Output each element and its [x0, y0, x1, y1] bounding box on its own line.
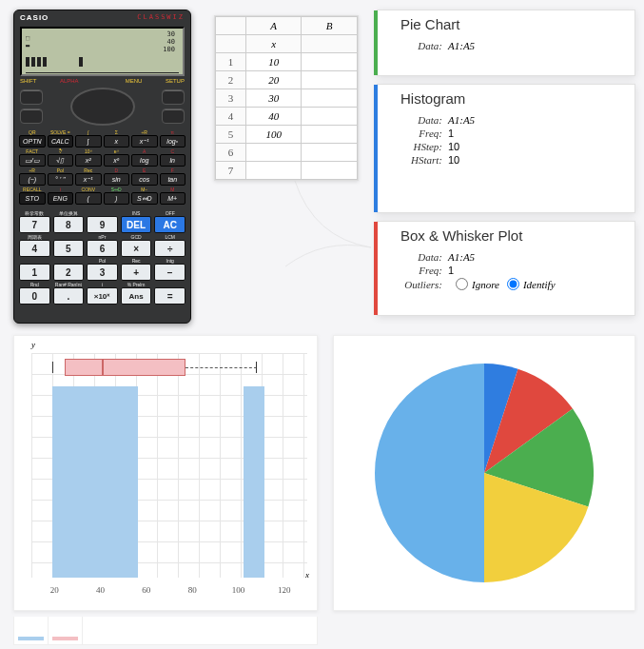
key-ac[interactable]: AC — [154, 216, 185, 233]
cell[interactable] — [245, 162, 302, 180]
recip-key[interactable]: x⁻¹ — [131, 135, 158, 148]
row-num: 6 — [216, 144, 246, 162]
key-0[interactable]: 0 — [19, 287, 50, 305]
panel-title: Histogram — [400, 90, 617, 107]
cell[interactable] — [302, 53, 358, 71]
key-mult[interactable]: × — [121, 240, 152, 257]
menu-button[interactable] — [162, 89, 185, 105]
hist-bar — [52, 386, 73, 578]
cell[interactable]: 30 — [245, 89, 302, 108]
key-6[interactable]: 6 — [87, 240, 118, 257]
screen-val: 100 — [163, 46, 175, 53]
cell[interactable] — [302, 71, 358, 89]
cell[interactable] — [302, 126, 358, 144]
x-key[interactable]: x — [104, 135, 130, 148]
key-8[interactable]: 8 — [53, 216, 85, 233]
key-3[interactable]: 3 — [87, 264, 118, 281]
row-num: 7 — [216, 162, 246, 180]
setup-button[interactable] — [162, 108, 185, 124]
cell[interactable] — [302, 144, 358, 162]
row-num: 1 — [216, 53, 246, 71]
histogram-chart-card: y x 20406080100120 — [13, 335, 318, 611]
key-2[interactable]: 2 — [53, 264, 85, 281]
optn-button[interactable] — [20, 108, 43, 124]
calc-screen: 30 40 100 ⬚▬ — [20, 27, 185, 76]
key-7[interactable]: 7 — [19, 216, 50, 233]
pie-data: A1:A5 — [448, 40, 475, 51]
shift-button[interactable] — [20, 89, 43, 105]
sto-key[interactable]: STO — [19, 192, 46, 205]
key-plus[interactable]: + — [121, 264, 152, 281]
dpad[interactable] — [68, 86, 137, 128]
mplus-key[interactable]: M+ — [160, 192, 186, 205]
col-b[interactable]: B — [302, 17, 358, 35]
key-5[interactable]: 5 — [53, 240, 85, 257]
cell[interactable]: 20 — [245, 71, 302, 89]
pow-key[interactable]: xⁿ — [104, 154, 130, 167]
connector-line — [285, 181, 381, 295]
outliers-ignore-radio[interactable] — [456, 278, 468, 290]
logbox-key[interactable]: log▫ — [160, 135, 186, 148]
rparen-key[interactable]: ) — [104, 192, 130, 205]
outliers-identify-radio[interactable] — [507, 278, 519, 290]
row-num: 4 — [216, 108, 246, 126]
cos-key[interactable]: cos — [131, 173, 158, 186]
ln-key[interactable]: ln — [160, 154, 186, 167]
int-key[interactable]: ∫ — [75, 135, 102, 148]
hist-plot: y x 20406080100120 — [31, 353, 307, 578]
cell[interactable]: 10 — [245, 53, 302, 71]
x-axis-label: x — [305, 570, 309, 580]
sqrt-key[interactable]: √▯ — [48, 154, 74, 167]
dms-key[interactable]: ° ' " — [48, 173, 74, 186]
key-ans[interactable]: Ans — [121, 287, 152, 305]
xinv-key[interactable]: x⁻¹ — [75, 173, 102, 186]
log-key[interactable]: log — [131, 154, 158, 167]
optn-key[interactable]: OPTN — [19, 135, 46, 148]
calc-key[interactable]: CALC — [48, 135, 74, 148]
hist-bar — [74, 386, 95, 578]
key-9[interactable]: 9 — [87, 216, 118, 233]
pie-slice — [375, 364, 484, 582]
box-panel[interactable]: Box & Whisker Plot Data:A1:A5 Freq:1 Out… — [377, 221, 635, 316]
pie-panel[interactable]: Pie Chart Data:A1:A5 — [377, 10, 635, 76]
cell[interactable] — [302, 89, 358, 108]
eng-key[interactable]: ENG — [48, 192, 74, 205]
cell[interactable] — [302, 162, 358, 180]
hist-bar — [244, 386, 264, 578]
cell[interactable] — [245, 144, 302, 162]
panel-title: Pie Chart — [400, 16, 617, 32]
col-a[interactable]: A — [245, 17, 302, 35]
var-x: x — [245, 35, 302, 53]
key-4[interactable]: 4 — [19, 240, 50, 257]
key-eq[interactable]: = — [154, 287, 185, 305]
lparen-key[interactable]: ( — [75, 192, 102, 205]
key-exp[interactable]: ×10ˣ — [87, 287, 118, 305]
key-del[interactable]: DEL — [121, 216, 152, 233]
x-tick: 120 — [262, 585, 307, 595]
sq-key[interactable]: x² — [75, 154, 102, 167]
key-1[interactable]: 1 — [19, 264, 50, 281]
x-tick: 40 — [77, 585, 123, 595]
key-div[interactable]: ÷ — [154, 240, 185, 257]
tab-histogram[interactable] — [14, 617, 49, 644]
sin-key[interactable]: sin — [104, 173, 130, 186]
key-minus[interactable]: − — [154, 264, 185, 281]
key-dot[interactable]: . — [53, 287, 85, 305]
x-tick: 100 — [215, 585, 261, 595]
neg-key[interactable]: (−) — [19, 173, 46, 186]
data-sheet[interactable]: AB x 110220330440510067 — [214, 15, 359, 181]
tab-box[interactable] — [49, 617, 83, 644]
cell[interactable] — [302, 108, 358, 126]
frac-key[interactable]: ▭/▭ — [19, 154, 46, 167]
tan-key[interactable]: tan — [160, 173, 186, 186]
pie-chart-card — [333, 335, 635, 611]
x-tick: 20 — [31, 585, 77, 595]
model-label: CLASSWIZ — [137, 13, 185, 22]
histogram-panel[interactable]: Histogram Data:A1:A5 Freq:1 HStep:10 HSt… — [377, 84, 635, 213]
x-tick: 60 — [124, 585, 169, 595]
cell[interactable]: 100 — [245, 126, 302, 144]
sd-key[interactable]: S⇔D — [131, 192, 158, 205]
y-axis-label: y — [31, 340, 35, 349]
cell[interactable]: 40 — [245, 108, 302, 126]
screen-val: 30 — [163, 30, 175, 38]
